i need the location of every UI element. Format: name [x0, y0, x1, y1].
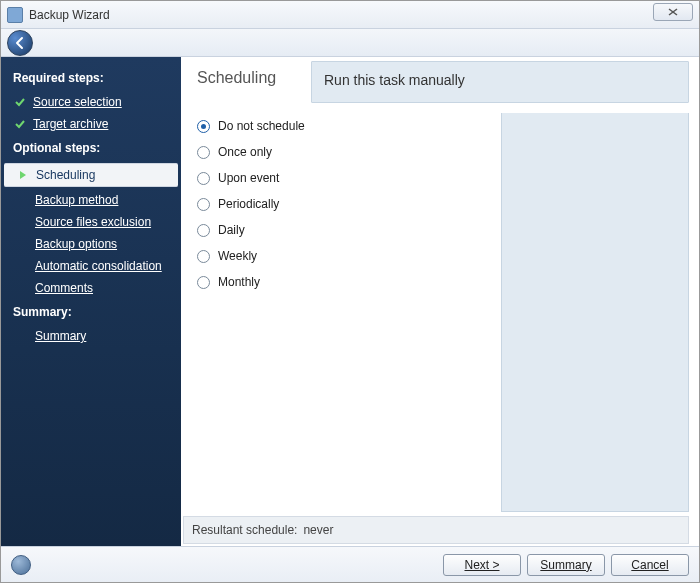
radio-icon: [197, 120, 210, 133]
sidebar-item-label: Source selection: [33, 95, 122, 109]
footer: Next > Summary Cancel: [1, 546, 699, 582]
radio-label: Daily: [218, 223, 245, 237]
sidebar-item-backup-method[interactable]: Backup method: [1, 189, 181, 211]
sidebar-item-source-selection[interactable]: Source selection: [1, 91, 181, 113]
required-steps-heading: Required steps:: [1, 65, 181, 91]
resultant-schedule-bar: Resultant schedule: never: [183, 516, 689, 544]
help-button[interactable]: [11, 555, 31, 575]
radio-icon: [197, 224, 210, 237]
radio-label: Weekly: [218, 249, 257, 263]
close-icon: [667, 7, 679, 17]
radio-icon: [197, 146, 210, 159]
sidebar-item-source-files-exclusion[interactable]: Source files exclusion: [1, 211, 181, 233]
radio-icon: [197, 250, 210, 263]
sidebar-item-label: Target archive: [33, 117, 108, 131]
radio-label: Once only: [218, 145, 272, 159]
content-header: Scheduling Run this task manually: [181, 57, 699, 103]
close-button[interactable]: [653, 3, 693, 21]
radio-label: Do not schedule: [218, 119, 305, 133]
header-strip: [1, 29, 699, 57]
window-title: Backup Wizard: [29, 8, 110, 22]
sidebar-item-label: Comments: [35, 281, 93, 295]
sidebar-item-scheduling[interactable]: Scheduling: [4, 163, 178, 187]
sidebar-item-backup-options[interactable]: Backup options: [1, 233, 181, 255]
sidebar-item-label: Backup options: [35, 237, 117, 251]
sidebar-item-label: Source files exclusion: [35, 215, 151, 229]
sidebar-item-automatic-consolidation[interactable]: Automatic consolidation: [1, 255, 181, 277]
sidebar-item-label: Summary: [35, 329, 86, 343]
content-panel: Scheduling Run this task manually Do not…: [181, 57, 699, 546]
main-area: Required steps: Source selection Target …: [1, 57, 699, 546]
arrow-right-icon: [16, 168, 30, 182]
back-button[interactable]: [7, 30, 33, 56]
checkmark-icon: [13, 117, 27, 131]
option-detail-panel: [501, 113, 689, 512]
summary-heading: Summary:: [1, 299, 181, 325]
sidebar-item-label: Backup method: [35, 193, 118, 207]
radio-icon: [197, 172, 210, 185]
app-icon: [7, 7, 23, 23]
radio-icon: [197, 198, 210, 211]
radio-label: Periodically: [218, 197, 279, 211]
summary-button[interactable]: Summary: [527, 554, 605, 576]
title-bar: Backup Wizard: [1, 1, 699, 29]
sidebar-item-label: Automatic consolidation: [35, 259, 162, 273]
description-box: Run this task manually: [311, 61, 689, 103]
sidebar-item-target-archive[interactable]: Target archive: [1, 113, 181, 135]
sidebar: Required steps: Source selection Target …: [1, 57, 181, 546]
radio-icon: [197, 276, 210, 289]
cancel-button[interactable]: Cancel: [611, 554, 689, 576]
next-button[interactable]: Next >: [443, 554, 521, 576]
back-arrow-icon: [13, 36, 27, 50]
checkmark-icon: [13, 95, 27, 109]
sidebar-item-label: Scheduling: [36, 168, 95, 182]
optional-steps-heading: Optional steps:: [1, 135, 181, 161]
radio-label: Upon event: [218, 171, 279, 185]
page-title: Scheduling: [181, 57, 311, 103]
resultant-label: Resultant schedule:: [192, 523, 297, 537]
sidebar-item-comments[interactable]: Comments: [1, 277, 181, 299]
radio-label: Monthly: [218, 275, 260, 289]
sidebar-item-summary[interactable]: Summary: [1, 325, 181, 347]
resultant-value: never: [303, 523, 333, 537]
